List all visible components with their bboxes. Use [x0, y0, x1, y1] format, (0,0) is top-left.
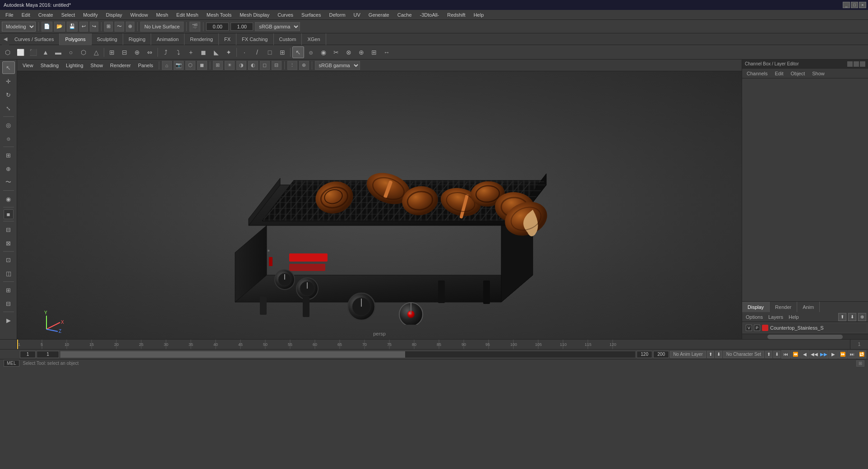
target-weld-icon[interactable]: ⊕: [356, 46, 367, 58]
lasso-icon[interactable]: ⌾: [305, 46, 317, 58]
timeline[interactable]: 1 5 10 15 20 25 30 35 40 45 50: [0, 339, 868, 349]
menu-create[interactable]: Create: [35, 11, 57, 18]
plane-icon[interactable]: ▬: [52, 46, 64, 58]
cylinder-icon[interactable]: ⬛: [27, 46, 39, 58]
menu-mesh-tools[interactable]: Mesh Tools: [203, 11, 235, 18]
vp-smooth-btn[interactable]: ◼: [197, 61, 207, 70]
vp-shadow-btn[interactable]: ◑: [236, 61, 246, 70]
current-frame-input[interactable]: [37, 351, 59, 358]
append-icon[interactable]: +: [185, 46, 197, 58]
value2-input[interactable]: 1.00: [231, 23, 253, 31]
layer-visible-toggle[interactable]: V: [746, 325, 752, 331]
layers-icon1[interactable]: ⬆: [838, 313, 846, 321]
menu-mesh-display[interactable]: Mesh Display: [236, 11, 273, 18]
layer-playback-toggle[interactable]: P: [754, 325, 760, 331]
relax-icon[interactable]: ⊞: [368, 46, 380, 58]
script-expand-btn[interactable]: ⊞: [856, 360, 864, 367]
layer-color-swatch[interactable]: [762, 325, 768, 331]
redo-btn[interactable]: ↪: [90, 22, 98, 32]
snap-pt-tool[interactable]: ⊕: [2, 162, 15, 175]
menu-surfaces[interactable]: Surfaces: [298, 11, 324, 18]
poke-icon[interactable]: ✦: [223, 46, 235, 58]
scrollbar-thumb[interactable]: [767, 335, 843, 339]
next-frame-btn[interactable]: ▶: [829, 350, 838, 359]
bottom-tab-display[interactable]: Display: [742, 302, 770, 313]
vp-home-btn[interactable]: ⌂: [162, 61, 172, 70]
menu-mesh[interactable]: Mesh: [152, 11, 172, 18]
menu-file[interactable]: File: [2, 11, 17, 18]
rp-collapse-btn[interactable]: [847, 61, 853, 67]
bottom-tab-render[interactable]: Render: [770, 302, 797, 313]
vp-color-select[interactable]: sRGB gamma: [315, 61, 360, 70]
timeline-range-bar[interactable]: [60, 351, 636, 358]
right-panel-scrollbar[interactable]: [742, 334, 868, 339]
menu-generate[interactable]: Generate: [365, 11, 393, 18]
rp-tab-channels[interactable]: Channels: [744, 70, 770, 77]
close-button[interactable]: ×: [859, 2, 866, 8]
vertex-icon[interactable]: ·: [239, 46, 250, 58]
paint-tool[interactable]: ◉: [2, 193, 15, 205]
mel-label[interactable]: MEL: [4, 360, 19, 367]
snap-pt-btn[interactable]: ⊕: [126, 22, 134, 32]
rp-expand-btn[interactable]: [854, 61, 859, 67]
poly-display-icon[interactable]: ⊡: [2, 253, 15, 266]
poly-display-icon2[interactable]: ◫: [2, 267, 15, 280]
multi-cut-icon[interactable]: ✂: [330, 46, 342, 58]
tab-curves-surfaces[interactable]: Curves / Surfaces: [9, 33, 60, 45]
uv-icon2[interactable]: ⊟: [2, 297, 15, 310]
sphere-icon[interactable]: ⬡: [2, 46, 14, 58]
rp-tab-edit[interactable]: Edit: [772, 70, 786, 77]
display-icon[interactable]: ⊟: [2, 223, 15, 236]
rotate-tool[interactable]: ↻: [2, 88, 15, 101]
frame-end-input[interactable]: [653, 351, 669, 358]
script-icon[interactable]: ▶: [2, 314, 15, 326]
menu-cache[interactable]: Cache: [394, 11, 416, 18]
loop-btn[interactable]: 🔁: [857, 350, 866, 359]
vp-hud-btn[interactable]: ⊟: [272, 61, 282, 70]
select-tool[interactable]: ↖: [2, 61, 15, 74]
go-start-btn[interactable]: ⏮: [781, 350, 790, 359]
vp-light-btn[interactable]: ☀: [225, 61, 235, 70]
menu-deform[interactable]: Deform: [325, 11, 349, 18]
bottom-tab-anim[interactable]: Anim: [797, 302, 820, 313]
value1-input[interactable]: 0.00: [206, 23, 229, 31]
menu-3dto-all[interactable]: -3DtoAll-: [416, 11, 443, 18]
snap-grid-btn[interactable]: ⊞: [104, 22, 113, 32]
menu-redshift[interactable]: Redshift: [443, 11, 469, 18]
uv-icon[interactable]: ⊞: [2, 284, 15, 296]
tab-xgen[interactable]: XGen: [302, 33, 326, 45]
menu-select[interactable]: Select: [58, 11, 79, 18]
minimize-button[interactable]: _: [843, 2, 850, 8]
tab-custom[interactable]: Custom: [274, 33, 302, 45]
undo-btn[interactable]: ↩: [79, 22, 88, 32]
snap-curve-tool[interactable]: 〜: [2, 176, 15, 189]
no-anim-layer-label[interactable]: No Anim Layer: [670, 351, 706, 358]
vp-menu-lighting[interactable]: Lighting: [63, 62, 86, 69]
char-set-btn1[interactable]: ⬆: [765, 351, 772, 358]
menu-edit-mesh[interactable]: Edit Mesh: [173, 11, 202, 18]
menu-uv[interactable]: UV: [350, 11, 364, 18]
mirror-icon[interactable]: ⇔: [144, 46, 156, 58]
face-icon[interactable]: □: [264, 46, 276, 58]
vp-menu-shading[interactable]: Shading: [38, 62, 61, 69]
range-end-input[interactable]: [637, 351, 652, 358]
menu-modify[interactable]: Modify: [79, 11, 101, 18]
mode-selector[interactable]: Modeling: [2, 22, 36, 32]
layers-icon3[interactable]: ⊕: [858, 313, 866, 321]
vp-cam-btn[interactable]: 📷: [174, 61, 184, 70]
prev-frame-btn[interactable]: ◀: [800, 350, 809, 359]
torus-icon[interactable]: ○: [65, 46, 77, 58]
vp-menu-panels[interactable]: Panels: [135, 62, 156, 69]
menu-curves[interactable]: Curves: [274, 11, 297, 18]
tab-rendering[interactable]: Rendering: [185, 33, 219, 45]
slide-icon[interactable]: ↔: [381, 46, 392, 58]
tab-animation[interactable]: Animation: [151, 33, 185, 45]
vp-wireframe-btn[interactable]: ⬡: [185, 61, 195, 70]
rp-close-btn[interactable]: [860, 61, 865, 67]
rp-tab-object[interactable]: Object: [788, 70, 808, 77]
cone-icon[interactable]: ▲: [40, 46, 51, 58]
soft-select-tool[interactable]: ◎: [2, 119, 15, 131]
open-btn[interactable]: 📂: [54, 22, 65, 32]
sidebar-toggle[interactable]: ◀: [2, 33, 9, 45]
play-back-btn[interactable]: ◀◀: [810, 350, 819, 359]
